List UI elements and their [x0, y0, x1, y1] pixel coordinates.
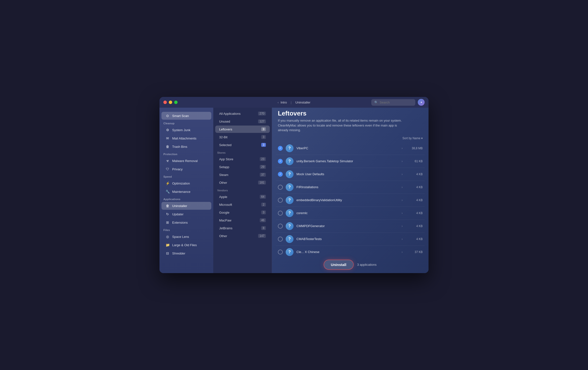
app-row-unity-berserk[interactable]: ✓ ? unity.Berserk Games.Tabletop Simulat… [276, 155, 425, 168]
sidebar-section-files: Files [159, 227, 213, 232]
jetbrains-count: 8 [261, 226, 266, 230]
middle-item-other-vendors[interactable]: Other 147 [215, 232, 270, 240]
minimize-button[interactable] [169, 101, 172, 104]
middle-item-app-store[interactable]: App Store 23 [215, 155, 270, 163]
maintenance-icon: 🔧 [165, 189, 170, 194]
middle-item-32bit[interactable]: 32-Bit 3 [215, 133, 270, 141]
app-icon-coremlc: ? [286, 209, 294, 217]
back-button[interactable]: ‹ [278, 101, 280, 104]
checkbox-mock-user-defaults[interactable]: ✓ [278, 172, 283, 177]
space-lens-icon: ◎ [165, 234, 170, 239]
chevron-cle-x-chinese: › [402, 250, 403, 254]
back-label: Intro [281, 101, 287, 104]
app-row-fir-installations[interactable]: ? FIRInstallations › 4 KB [276, 181, 425, 194]
sidebar-label-updater: Updater [172, 212, 183, 216]
sidebar-item-updater[interactable]: ↻ Updater [161, 210, 211, 218]
app-row-cmmpdf[interactable]: ? CMMPDFGenerator › 4 KB [276, 220, 425, 233]
sidebar-item-mail-attachments[interactable]: ✉ Mail Attachments [161, 134, 211, 142]
window-title: ‹ Intro | Uninstaller [278, 101, 310, 104]
app-row-coremlc[interactable]: ? coremlc › 4 KB [276, 207, 425, 220]
checkbox-cle-x-chinese[interactable] [278, 250, 283, 254]
checkbox-cmmpdf[interactable] [278, 224, 283, 229]
checkbox-fir-installations[interactable] [278, 185, 283, 190]
checkbox-coremlc[interactable] [278, 211, 283, 216]
sidebar: ⊙ Smart Scan Cleanup ⚙ System Junk ✉ Mai… [159, 108, 213, 273]
sidebar-label-malware: Malware Removal [172, 159, 198, 163]
avatar[interactable]: ✦ [418, 99, 425, 106]
shredder-icon: ⊟ [165, 251, 170, 255]
page-description: If you manually remove an application fi… [272, 118, 409, 136]
app-size-embedded-binary: 4 KB [406, 198, 423, 202]
middle-item-selected[interactable]: Selected 3 [215, 141, 270, 149]
sidebar-item-shredder[interactable]: ⊟ Shredder [161, 249, 211, 257]
checkbox-embedded-binary[interactable] [278, 198, 283, 203]
other-vendors-label: Other [219, 234, 227, 238]
sidebar-item-large-old-files[interactable]: 📁 Large & Old Files [161, 241, 211, 249]
app-name-coremlc: coremlc [296, 211, 399, 215]
chevron-unity-berserk: › [402, 160, 403, 163]
sidebar-item-space-lens[interactable]: ◎ Space Lens [161, 233, 211, 241]
search-bar[interactable]: 🔍 [371, 99, 415, 106]
app-row-cle-x-chinese[interactable]: ? Cle... X Chinese › 37 KB [276, 246, 425, 257]
32bit-label: 32-Bit [219, 135, 227, 139]
middle-item-setapp[interactable]: Setapp 29 [215, 163, 270, 171]
titlebar: ‹ Intro | Uninstaller 🔍 ✦ [159, 97, 429, 108]
malware-icon: ☣ [165, 159, 170, 163]
maximize-button[interactable] [174, 101, 178, 104]
sidebar-item-smart-scan[interactable]: ⊙ Smart Scan [161, 112, 211, 120]
sidebar-item-malware-removal[interactable]: ☣ Malware Removal [161, 157, 211, 165]
system-junk-icon: ⚙ [165, 128, 170, 132]
sidebar-item-optimization[interactable]: ⚡ Optimization [161, 179, 211, 187]
sidebar-section-cleanup: Cleanup [159, 120, 213, 126]
sidebar-item-trash-bins[interactable]: 🗑 Trash Bins [161, 143, 211, 150]
middle-item-leftovers[interactable]: Leftovers 9 [215, 126, 270, 133]
middle-item-google[interactable]: Google 3 [215, 209, 270, 216]
sidebar-item-uninstaller[interactable]: 🗑 Uninstaller [161, 202, 211, 210]
main-window: ‹ Intro | Uninstaller 🔍 ✦ ⊙ Smart Scan C… [159, 97, 429, 273]
selected-label: Selected [219, 143, 232, 147]
middle-item-all-applications[interactable]: All Applications 270 [215, 110, 270, 117]
unused-label: Unused [219, 120, 230, 123]
middle-item-jetbrains[interactable]: JetBrains 8 [215, 224, 270, 232]
extensions-icon: ⊞ [165, 220, 170, 225]
sidebar-item-extensions[interactable]: ⊞ Extensions [161, 219, 211, 226]
sort-button[interactable]: Sort by Name ▾ [402, 137, 423, 140]
macpaw-label: MacPaw [219, 219, 231, 222]
app-row-mock-user-defaults[interactable]: ✓ ? Mock User Defaults › 4 KB [276, 168, 425, 181]
search-input[interactable] [380, 101, 412, 104]
chevron-cmab-tester: › [402, 237, 403, 241]
sidebar-section-applications: Applications [159, 196, 213, 202]
app-row-viberpc[interactable]: ✓ ? ViberPC › 38,8 MB [276, 142, 425, 155]
middle-item-macpaw[interactable]: MacPaw 46 [215, 217, 270, 224]
middle-item-apple[interactable]: Apple 64 [215, 193, 270, 200]
app-list: ✓ ? ViberPC › 38,8 MB ✓ ? unity.Berserk … [272, 142, 429, 257]
sidebar-item-system-junk[interactable]: ⚙ System Junk [161, 126, 211, 134]
microsoft-count: 2 [261, 203, 266, 207]
checkbox-unity-berserk[interactable]: ✓ [278, 159, 283, 164]
middle-item-microsoft[interactable]: Microsoft 2 [215, 201, 270, 208]
sidebar-label-trash: Trash Bins [172, 145, 187, 149]
sidebar-item-maintenance[interactable]: 🔧 Maintenance [161, 188, 211, 196]
google-count: 3 [261, 210, 266, 214]
unused-count: 127 [258, 119, 266, 123]
close-button[interactable] [163, 101, 167, 104]
middle-item-unused[interactable]: Unused 127 [215, 118, 270, 125]
checkbox-cmab-tester[interactable] [278, 237, 283, 242]
middle-item-steam[interactable]: Steam 37 [215, 171, 270, 178]
uninstaller-icon: 🗑 [165, 204, 170, 208]
sidebar-label-privacy: Privacy [172, 167, 183, 171]
checkbox-viberpc[interactable]: ✓ [278, 146, 283, 151]
macpaw-count: 46 [260, 218, 266, 222]
sidebar-item-privacy[interactable]: 🛡 Privacy [161, 165, 211, 173]
all-applications-count: 270 [258, 112, 266, 116]
app-row-embedded-binary[interactable]: ? embeddedBinaryValidationUtility › 4 KB [276, 194, 425, 207]
app-row-cmab-tester[interactable]: ? CMABTesterTests › 4 KB [276, 233, 425, 246]
chevron-viberpc: › [402, 147, 403, 150]
vendors-section-label: Vendors [213, 186, 272, 193]
other-vendors-count: 147 [258, 234, 266, 238]
uninstall-button[interactable]: Uninstall [324, 260, 353, 269]
chevron-coremlc: › [402, 211, 403, 215]
microsoft-label: Microsoft [219, 203, 232, 207]
optimization-icon: ⚡ [165, 181, 170, 185]
middle-item-other-stores[interactable]: Other 181 [215, 179, 270, 186]
